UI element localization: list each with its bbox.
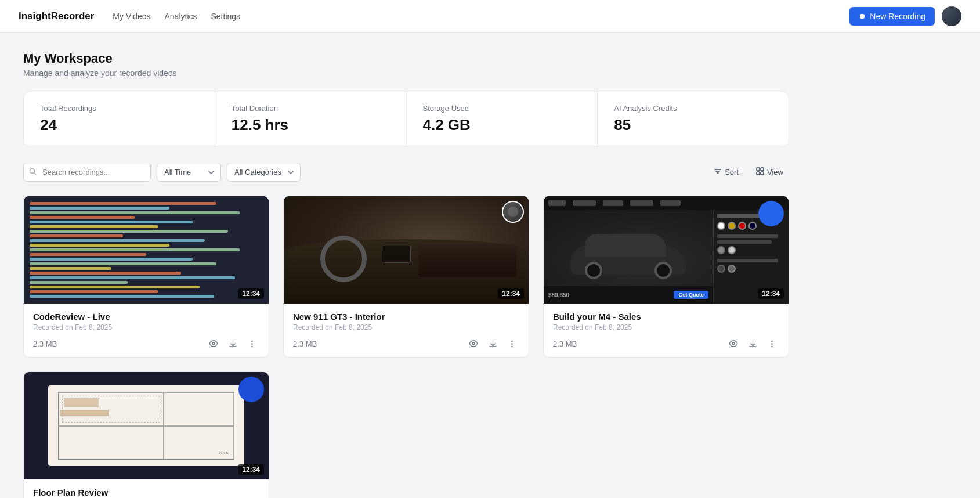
svg-point-15 [771, 343, 772, 344]
blue-dot-2 [758, 201, 784, 226]
blue-dot-3 [238, 377, 264, 402]
sort-label: Sort [725, 168, 739, 176]
card-thumb-3[interactable]: OKA 12:34 [24, 372, 269, 479]
stat-value-2: 4.2 GB [423, 116, 581, 134]
stats-row: Total Recordings 24 Total Duration 12.5 … [23, 92, 789, 146]
svg-point-10 [511, 340, 512, 341]
navbar: InsightRecorder My Videos Analytics Sett… [0, 0, 980, 33]
card-actions-1 [466, 337, 519, 350]
card-thumb-1[interactable]: 12:34 [284, 196, 529, 304]
card-thumb-0[interactable]: 12:34 [24, 196, 269, 304]
card-actions-2 [726, 337, 779, 350]
code-thumbnail [24, 196, 269, 304]
stat-storage-used: Storage Used 4.2 GB [407, 92, 598, 146]
card-date-1: Recorded on Feb 8, 2025 [293, 323, 519, 331]
recordings-grid: 12:34 CodeReview - Live Recorded on Feb … [23, 196, 789, 498]
card-size-2: 2.3 MB [553, 340, 577, 348]
svg-point-14 [771, 340, 772, 341]
recording-card-1: 12:34 New 911 GT3 - Interior Recorded on… [283, 196, 529, 358]
stat-label-2: Storage Used [423, 104, 581, 113]
card-title-0: CodeReview - Live [33, 312, 259, 322]
card-footer-1: 2.3 MB [293, 337, 519, 350]
view-recording-btn-1[interactable] [466, 337, 481, 350]
stat-value-1: 12.5 hrs [232, 116, 390, 134]
recording-card-3: OKA 12:34 Floor Plan Review Recorded on … [23, 371, 269, 498]
webcam-bubble-1 [502, 201, 524, 223]
category-filter-select[interactable]: All Categories Work Personal [227, 163, 301, 182]
stat-label-3: AI Analysis Credits [614, 104, 772, 113]
sort-icon [714, 167, 722, 177]
time-filter-select[interactable]: All Time This Week This Month [157, 163, 221, 182]
stat-value-0: 24 [40, 116, 198, 134]
card-size-1: 2.3 MB [293, 340, 317, 348]
recording-card-0: 12:34 CodeReview - Live Recorded on Feb … [23, 196, 269, 358]
view-label: View [767, 168, 783, 176]
download-recording-btn-1[interactable] [486, 338, 500, 350]
svg-rect-4 [761, 172, 764, 175]
sort-button[interactable]: Sort [708, 164, 744, 181]
stat-label-0: Total Recordings [40, 104, 198, 113]
new-recording-button[interactable]: ⏺ New Recording [849, 7, 935, 26]
svg-point-8 [251, 345, 252, 347]
stat-total-recordings: Total Recordings 24 [24, 92, 215, 146]
card-size-0: 2.3 MB [33, 340, 57, 348]
svg-point-12 [511, 345, 512, 347]
duration-badge-0: 12:34 [238, 288, 264, 299]
brand-logo: InsightRecorder [19, 10, 94, 22]
stat-label-1: Total Duration [232, 104, 390, 113]
more-options-btn-2[interactable] [765, 338, 779, 350]
more-options-btn-0[interactable] [245, 338, 259, 350]
navbar-actions: ⏺ New Recording [849, 6, 961, 26]
duration-badge-2: 12:34 [758, 288, 784, 299]
new-recording-label: New Recording [870, 12, 925, 21]
car-interior-thumbnail [284, 196, 529, 304]
nav-settings[interactable]: Settings [211, 9, 241, 23]
card-title-3: Floor Plan Review [33, 488, 259, 497]
svg-point-13 [732, 342, 735, 345]
search-input[interactable] [23, 163, 151, 182]
card-body-2: Build your M4 - Sales Recorded on Feb 8,… [544, 304, 789, 357]
card-footer-0: 2.3 MB [33, 337, 259, 350]
recording-card-2: $89,650 Get Quote 12:34 Build your M4 - … [543, 196, 789, 358]
blueprint-thumbnail: OKA [24, 372, 269, 479]
view-recording-btn-0[interactable] [206, 337, 221, 350]
card-date-2: Recorded on Feb 8, 2025 [553, 323, 779, 331]
car-steering-wheel [320, 236, 367, 282]
avatar-image [942, 6, 961, 26]
download-recording-btn-2[interactable] [746, 338, 760, 350]
nav-my-videos[interactable]: My Videos [113, 9, 150, 23]
svg-rect-2 [761, 168, 764, 171]
card-title-2: Build your M4 - Sales [553, 312, 779, 322]
view-button[interactable]: View [750, 164, 789, 181]
view-icon [756, 167, 764, 177]
main-content: My Workspace Manage and analyze your rec… [0, 33, 812, 498]
svg-point-11 [511, 343, 512, 344]
svg-point-7 [251, 343, 252, 344]
card-title-1: New 911 GT3 - Interior [293, 312, 519, 322]
svg-point-9 [472, 342, 475, 345]
card-body-3: Floor Plan Review Recorded on Feb 8, 202… [24, 479, 269, 498]
more-options-btn-1[interactable] [505, 338, 519, 350]
svg-point-16 [771, 345, 772, 347]
card-body-1: New 911 GT3 - Interior Recorded on Feb 8… [284, 304, 529, 357]
svg-point-5 [212, 342, 215, 345]
svg-rect-1 [757, 168, 760, 171]
stat-total-duration: Total Duration 12.5 hrs [215, 92, 407, 146]
search-icon [29, 168, 37, 177]
download-recording-btn-0[interactable] [226, 338, 240, 350]
nav-analytics[interactable]: Analytics [164, 9, 197, 23]
stat-value-3: 85 [614, 116, 772, 134]
filter-bar: All Time This Week This Month All Catego… [23, 163, 789, 182]
blueprint-inner: OKA [48, 385, 244, 466]
svg-point-6 [251, 340, 252, 341]
duration-badge-3: 12:34 [238, 464, 264, 475]
svg-point-0 [30, 168, 35, 173]
user-avatar[interactable] [942, 6, 961, 26]
search-wrapper [23, 163, 151, 182]
card-body-0: CodeReview - Live Recorded on Feb 8, 202… [24, 304, 269, 357]
card-footer-2: 2.3 MB [553, 337, 779, 350]
view-recording-btn-2[interactable] [726, 337, 741, 350]
camera-icon: ⏺ [859, 12, 866, 20]
svg-rect-3 [757, 172, 760, 175]
card-thumb-2[interactable]: $89,650 Get Quote 12:34 [544, 196, 789, 304]
